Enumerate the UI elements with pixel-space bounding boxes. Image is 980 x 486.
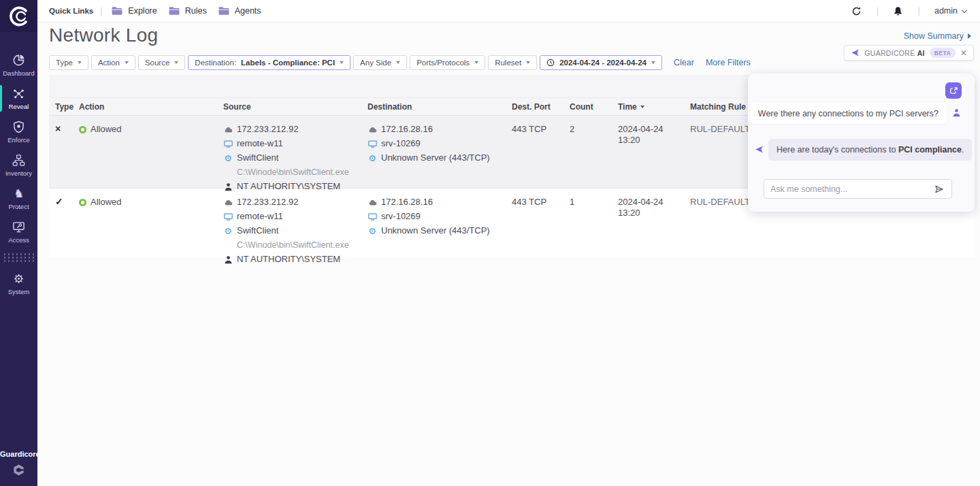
- filter-type[interactable]: Type: [49, 55, 88, 70]
- monitor-key-icon: [12, 221, 26, 234]
- bell-icon[interactable]: [893, 5, 904, 16]
- caret-down-icon: [474, 61, 478, 64]
- process-gear-icon: ⚙: [223, 226, 233, 236]
- filter-action[interactable]: Action: [91, 55, 135, 70]
- sidebar-item-system[interactable]: System: [0, 267, 37, 300]
- sidebar-item-enforce[interactable]: Enforce: [0, 115, 37, 148]
- folder-icon: [111, 6, 123, 16]
- topbar-nav: Explore Rules Agents: [109, 6, 263, 16]
- time-cell: 2024-04-24 13:20: [618, 197, 690, 257]
- destination-cell: 172.16.28.16 srv-10269 ⚙Unknown Server (…: [368, 197, 512, 257]
- nav-item-rules[interactable]: Rules: [166, 6, 209, 16]
- matching-rule[interactable]: RUL-DEFAULT: [690, 124, 750, 134]
- sidebar-item-label: Dashboard: [3, 69, 34, 77]
- filter-date-range[interactable]: 2024-04-24 - 2024-04-24: [540, 55, 662, 70]
- sidebar-footer: Guardicore: [0, 450, 37, 479]
- count-cell: 2: [570, 124, 618, 188]
- show-summary-link[interactable]: Show Summary: [904, 31, 971, 41]
- column-header-source[interactable]: Source: [223, 102, 368, 112]
- dest-ip[interactable]: 172.16.28.16: [381, 197, 433, 208]
- monitor-icon: [223, 139, 233, 148]
- sidebar-item-protect[interactable]: ♞ Protect: [0, 182, 37, 215]
- column-header-destination[interactable]: Destination: [368, 102, 512, 112]
- sidebar-item-label: Enforce: [7, 136, 30, 144]
- time-cell: 2024-04-24 13:20: [618, 124, 690, 188]
- dest-host[interactable]: srv-10269: [381, 138, 421, 149]
- source-process[interactable]: SwiftClient: [237, 152, 278, 163]
- divider: |: [100, 6, 102, 16]
- column-header-count[interactable]: Count: [570, 102, 618, 112]
- more-filters-link[interactable]: More Filters: [706, 58, 751, 67]
- source-process[interactable]: SwiftClient: [237, 225, 278, 236]
- chat-input[interactable]: [770, 184, 933, 194]
- time-hour: 13:20: [618, 208, 690, 218]
- app-logo[interactable]: [0, 0, 37, 32]
- cloud-icon: [368, 197, 377, 207]
- topbar-right: | | admin: [851, 5, 966, 16]
- source-host[interactable]: remote-w11: [237, 211, 283, 222]
- user-menu[interactable]: admin: [934, 6, 966, 16]
- sidebar-item-access[interactable]: Access: [0, 215, 37, 248]
- clear-filters-link[interactable]: Clear: [674, 58, 694, 67]
- filter-source[interactable]: Source: [138, 55, 185, 70]
- user-avatar-icon: [952, 108, 961, 116]
- source-host[interactable]: remote-w11: [237, 138, 283, 149]
- dest-service[interactable]: Unknown Server (443/TCP): [381, 225, 490, 236]
- dest-host[interactable]: srv-10269: [381, 211, 421, 222]
- filter-destination[interactable]: Destination: Labels - Compliance: PCI: [188, 55, 350, 70]
- nav-item-agents[interactable]: Agents: [216, 6, 263, 16]
- ai-plane-icon: [851, 48, 860, 57]
- expand-icon: [949, 86, 958, 95]
- process-gear-icon: ⚙: [368, 226, 377, 236]
- sidebar-item-label: Reveal: [9, 103, 29, 110]
- matching-rule[interactable]: RUL-DEFAULT: [690, 197, 750, 207]
- refresh-icon[interactable]: [851, 5, 862, 16]
- ai-message-text: Here are today's connections to: [777, 145, 898, 155]
- column-header-dest-port[interactable]: Dest. Port: [512, 102, 570, 112]
- column-header-action[interactable]: Action: [79, 102, 223, 112]
- user-message-bubble: Were there any connections to my PCI ser…: [750, 103, 947, 124]
- ai-message-row: Here are today's connections to PCI comp…: [755, 139, 972, 161]
- sidebar-nav: Dashboard Reveal Enforce Inventory ♞ Pro…: [0, 32, 37, 300]
- close-icon[interactable]: ✕: [960, 49, 967, 57]
- crescent-logo-icon: [9, 6, 29, 27]
- expand-chat-button[interactable]: [945, 82, 962, 99]
- guardicore-ai-badge[interactable]: GUARDICORE AI BETA ✕: [844, 45, 974, 61]
- gear-icon: [12, 272, 26, 286]
- chevron-down-icon: [962, 7, 967, 12]
- chat-input-wrap: [764, 179, 952, 199]
- source-ip[interactable]: 172.233.212.92: [237, 197, 298, 208]
- nav-item-explore[interactable]: Explore: [109, 6, 159, 16]
- time-hour: 13:20: [618, 135, 690, 146]
- column-header-type[interactable]: Type: [49, 102, 79, 112]
- column-header-time[interactable]: Time: [618, 102, 690, 112]
- filter-label: Destination:: [195, 59, 236, 67]
- filter-ports-protocols[interactable]: Ports/Protocols: [410, 55, 485, 70]
- clock-icon: [546, 59, 555, 67]
- filter-ruleset[interactable]: Ruleset: [488, 55, 537, 70]
- knight-icon: ♞: [12, 187, 26, 201]
- column-header-label: Time: [618, 102, 637, 112]
- filter-label: Action: [98, 59, 120, 67]
- sidebar-item-dashboard[interactable]: Dashboard: [0, 48, 37, 82]
- filter-any-side[interactable]: Any Side: [353, 55, 407, 70]
- sidebar: Dashboard Reveal Enforce Inventory ♞ Pro…: [0, 0, 37, 486]
- filter-label: Ruleset: [495, 59, 521, 67]
- ai-message-bold: PCI compliance: [898, 145, 962, 155]
- sidebar-item-inventory[interactable]: Inventory: [0, 148, 37, 182]
- sidebar-item-reveal[interactable]: Reveal: [0, 82, 37, 115]
- action-value: Allowed: [91, 197, 122, 208]
- send-button[interactable]: [933, 183, 945, 195]
- dest-service[interactable]: Unknown Server (443/TCP): [381, 152, 490, 163]
- sort-desc-icon: [640, 106, 644, 108]
- pie-chart-icon: [12, 54, 26, 67]
- source-ip[interactable]: 172.233.212.92: [237, 124, 298, 135]
- caret-down-icon: [174, 61, 178, 64]
- cloud-icon: [368, 125, 377, 134]
- sidebar-item-label: Protect: [8, 203, 29, 210]
- allowed-status-icon: [79, 126, 86, 133]
- time-date: 2024-04-24: [618, 124, 690, 135]
- source-process-path: C:\Winode\bin\SwiftClient.exe: [223, 167, 368, 178]
- dest-ip[interactable]: 172.16.28.16: [381, 124, 433, 135]
- nav-label: Agents: [235, 6, 261, 16]
